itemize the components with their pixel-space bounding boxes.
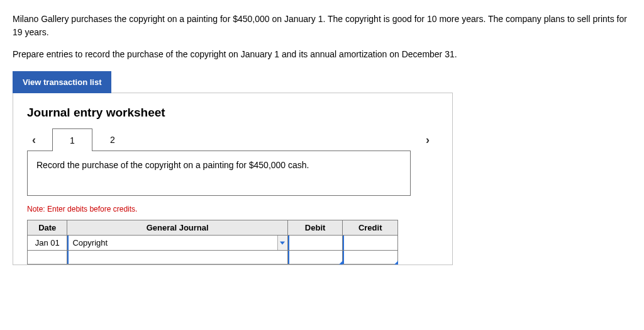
entry-instruction: Record the purchase of the copyright on … xyxy=(27,151,411,196)
journal-entry-worksheet: Journal entry worksheet ‹ 1 2 › Record t… xyxy=(13,93,453,265)
next-entry-chevron[interactable]: › xyxy=(422,134,438,147)
worksheet-title: Journal entry worksheet xyxy=(27,106,438,120)
cell-debit-2[interactable] xyxy=(287,251,343,265)
cell-account-1-text: Copyright xyxy=(67,236,277,250)
header-general-journal: General Journal xyxy=(67,220,287,236)
debits-before-credits-note: Note: Enter debits before credits. xyxy=(27,205,438,213)
tab-2[interactable]: 2 xyxy=(92,128,133,151)
problem-statement: Milano Gallery purchases the copyright o… xyxy=(13,13,631,61)
cell-credit-2[interactable] xyxy=(343,251,398,265)
prev-entry-chevron[interactable]: ‹ xyxy=(27,134,43,147)
cell-account-2[interactable] xyxy=(67,251,287,265)
cell-credit-1[interactable] xyxy=(343,236,398,251)
svg-marker-0 xyxy=(280,241,285,244)
journal-entry-table: Date General Journal Debit Credit Jan 01… xyxy=(27,220,398,265)
cell-date-2 xyxy=(28,251,67,265)
problem-paragraph-2: Prepare entries to record the purchase o… xyxy=(13,48,631,61)
header-date: Date xyxy=(28,220,67,236)
header-credit: Credit xyxy=(343,220,398,236)
cell-account-2-text xyxy=(67,251,287,264)
problem-paragraph-1: Milano Gallery purchases the copyright o… xyxy=(13,13,631,39)
table-row: Jan 01 Copyright xyxy=(28,236,398,251)
tab-row: ‹ 1 2 › xyxy=(27,128,438,151)
view-transaction-list-button[interactable]: View transaction list xyxy=(13,71,111,93)
table-row xyxy=(28,251,398,265)
account-dropdown-icon[interactable] xyxy=(277,236,287,250)
cell-date-1: Jan 01 xyxy=(28,236,67,251)
cell-account-1[interactable]: Copyright xyxy=(67,236,287,251)
tab-1[interactable]: 1 xyxy=(52,128,92,151)
header-debit: Debit xyxy=(287,220,343,236)
cell-debit-1[interactable] xyxy=(287,236,343,251)
entry-instruction-text: Record the purchase of the copyright on … xyxy=(36,160,309,170)
